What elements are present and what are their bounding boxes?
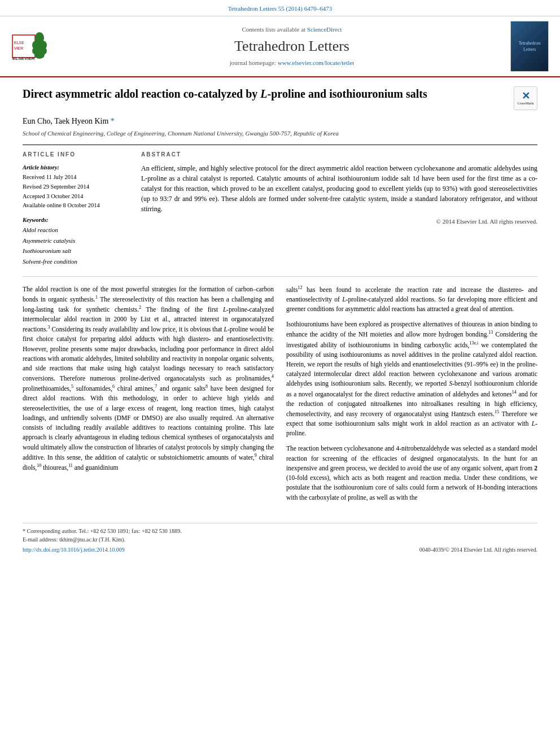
body-para-1: The aldol reaction is one of the most po… bbox=[23, 285, 274, 473]
email-value: tkhim@jnu.ac.kr (T.H. Kim). bbox=[59, 536, 125, 543]
corresponding-text: * Corresponding author. Tel.: +82 62 530… bbox=[23, 528, 182, 534]
keywords-list: Aldol reaction Asymmetric catalysis Isot… bbox=[23, 225, 130, 267]
issn-text: 0040-4039/© 2014 Elsevier Ltd. All right… bbox=[419, 546, 537, 554]
crossmark-button[interactable]: ✕ CrossMark bbox=[514, 86, 537, 110]
body-para-3: Isothiouroniums have been explored as pr… bbox=[286, 320, 537, 438]
sciencedirect-anchor[interactable]: ScienceDirect bbox=[307, 26, 342, 33]
affiliation: School of Chemical Engineering, College … bbox=[23, 129, 537, 138]
body-col-right: salts12 has been found to accelerate the… bbox=[286, 285, 537, 508]
crossmark-icon: ✕ bbox=[522, 91, 530, 101]
abstract-text: An efficient, simple, and highly selecti… bbox=[141, 163, 537, 214]
keywords-block: Keywords: Aldol reaction Asymmetric cata… bbox=[23, 216, 130, 267]
homepage-link[interactable]: www.elsevier.com/locate/tetlet bbox=[278, 59, 355, 66]
email-note: E-mail address: tkhim@jnu.ac.kr (T.H. Ki… bbox=[23, 535, 537, 544]
keywords-label: Keywords: bbox=[23, 216, 130, 225]
info-abstract-section: ARTICLE INFO Article history: Received 1… bbox=[23, 145, 537, 267]
crossmark-label: CrossMark bbox=[517, 102, 533, 106]
main-header: ELSE VIER ELSEVIER Contents lists availa… bbox=[0, 16, 560, 77]
body-text-section: The aldol reaction is one of the most po… bbox=[23, 285, 537, 508]
footer-links: http://dx.doi.org/10.1016/j.tetlet.2014.… bbox=[23, 546, 537, 554]
keyword-1: Aldol reaction bbox=[23, 225, 130, 235]
footer-area: * Corresponding author. Tel.: +82 62 530… bbox=[23, 523, 537, 560]
keyword-4: Solvent-free condition bbox=[23, 256, 130, 267]
copyright-line: © 2014 Elsevier Ltd. All rights reserved… bbox=[141, 217, 537, 226]
article-history: Article history: Received 11 July 2014 R… bbox=[23, 163, 130, 211]
tetrahedron-cover-image: TetrahedronLetters bbox=[510, 21, 549, 72]
author-names: Eun Cho, Taek Hyeon Kim * bbox=[23, 117, 115, 125]
article-title-text: Direct asymmetric aldol reaction co-cata… bbox=[23, 86, 514, 101]
article-info-column: ARTICLE INFO Article history: Received 1… bbox=[23, 151, 130, 267]
journal-reference: Tetrahedron Letters 55 (2014) 6470–6473 bbox=[228, 5, 332, 12]
article-content: Direct asymmetric aldol reaction co-cata… bbox=[0, 77, 560, 517]
keyword-2: Asymmetric catalysis bbox=[23, 235, 130, 246]
svg-point-9 bbox=[34, 51, 45, 59]
history-label: Article history: bbox=[23, 163, 130, 173]
article-info-label: ARTICLE INFO bbox=[23, 151, 130, 159]
header-center: Contents lists available at ScienceDirec… bbox=[73, 25, 510, 68]
svg-text:ELSEVIER: ELSEVIER bbox=[12, 56, 35, 60]
article-title-row: Direct asymmetric aldol reaction co-cata… bbox=[23, 86, 537, 110]
sciencedirect-link: Contents lists available at ScienceDirec… bbox=[73, 25, 510, 34]
doi-link[interactable]: http://dx.doi.org/10.1016/j.tetlet.2014.… bbox=[23, 546, 125, 554]
corresponding-note: * Corresponding author. Tel.: +82 62 530… bbox=[23, 527, 537, 535]
svg-text:VIER: VIER bbox=[14, 46, 23, 50]
body-para-4: The reaction between cyclohexanone and 4… bbox=[286, 444, 537, 503]
elsevier-logo: ELSE VIER ELSEVIER bbox=[11, 29, 62, 63]
email-label: E-mail address: bbox=[23, 536, 58, 543]
article-title-label: Direct asymmetric aldol reaction co-cata… bbox=[23, 88, 427, 100]
received-date: Received 11 July 2014 bbox=[23, 173, 130, 182]
journal-title: Tetrahedron Letters bbox=[73, 36, 510, 56]
journal-homepage: journal homepage: www.elsevier.com/locat… bbox=[73, 59, 510, 67]
abstract-label: ABSTRACT bbox=[141, 151, 537, 159]
body-col-left: The aldol reaction is one of the most po… bbox=[23, 285, 274, 508]
accepted-date: Accepted 3 October 2014 bbox=[23, 192, 130, 202]
revised-date: Revised 29 September 2014 bbox=[23, 182, 130, 192]
available-date: Available online 8 October 2014 bbox=[23, 201, 130, 211]
abstract-column: ABSTRACT An efficient, simple, and highl… bbox=[141, 151, 537, 267]
section-divider bbox=[23, 276, 537, 277]
svg-text:ELSE: ELSE bbox=[14, 41, 24, 45]
authors-line: Eun Cho, Taek Hyeon Kim * bbox=[23, 116, 537, 127]
keyword-3: Isothiouronium salt bbox=[23, 246, 130, 256]
journal-header-bar: Tetrahedron Letters 55 (2014) 6470–6473 bbox=[0, 0, 560, 16]
body-para-2: salts12 has been found to accelerate the… bbox=[286, 285, 537, 314]
